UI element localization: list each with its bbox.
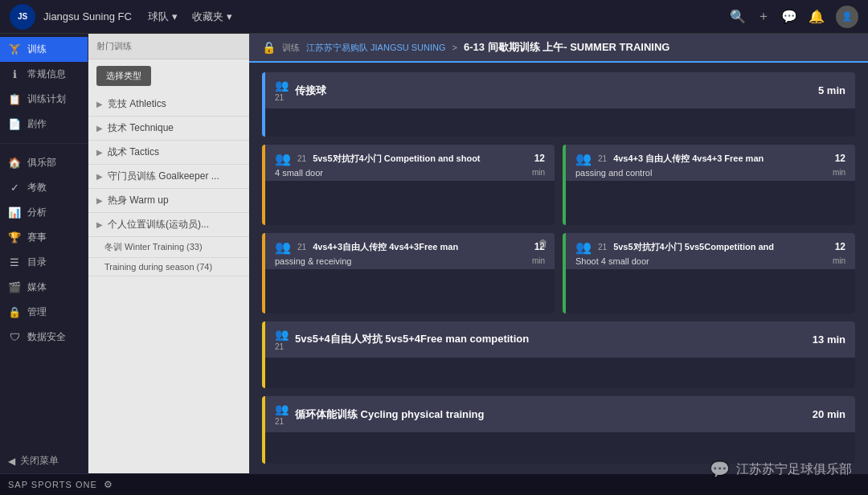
breadcrumb-team-link[interactable]: 江苏苏宁易购队 JIANGSU SUNING (306, 42, 446, 54)
sidebar-item-catalog[interactable]: ☰ 目录 (0, 250, 88, 275)
lock-icon: 🔒 (262, 41, 276, 54)
exercise-card-header: 👥 21 传接球 5 min (265, 72, 855, 108)
sidebar-item-club[interactable]: 🏠 俱乐部 (0, 150, 88, 175)
media-icon: 🎬 (8, 281, 21, 293)
arrow-icon: ▶ (96, 220, 103, 229)
team-name: Jiangsu Suning FC (43, 10, 132, 22)
catalog-icon: ☰ (8, 256, 21, 268)
top-nav-right: 🔍 ＋ 💬 🔔 👤 (730, 6, 858, 28)
select-type-button[interactable]: 选择类型 (96, 66, 151, 86)
exercise-card-5v5-shoot[interactable]: 👥 21 5vs5对抗打4小门 Competition and shoot 12… (262, 145, 555, 225)
season-regular[interactable]: Training during season (74) (88, 258, 249, 276)
player-count: 21 (297, 243, 306, 252)
chat-icon[interactable]: 💬 (781, 9, 797, 24)
exercise-subtitle: 4 small door min (275, 168, 545, 178)
exercise-card-5v5-4smalldoor[interactable]: 👥 21 5vs5对抗打4小门 5vs5Competition and 12 S… (563, 233, 855, 313)
people-icon: 👥 (275, 328, 289, 341)
player-count: 21 (297, 154, 306, 163)
sidebar-item-analysis[interactable]: 📊 分析 (0, 200, 88, 225)
exercise-header-stack: 👥 21 5vs5对抗打4小门 Competition and shoot 12… (265, 145, 555, 181)
sidebar-item-script[interactable]: 📄 剧作 (0, 112, 88, 137)
competition-icon: 🏆 (8, 231, 21, 243)
delete-icon[interactable]: 🗑 (538, 238, 548, 249)
exercise-duration: 5 min (818, 84, 845, 96)
exercise-card-cycling[interactable]: 👥 21 循环体能训练 Cycling physical training 20… (262, 396, 855, 464)
season-winter[interactable]: 冬训 Winter Training (33) (88, 237, 249, 258)
arrow-icon: ▶ (96, 100, 103, 108)
exercise-meta: 👥 21 5vs5对抗打4小门 Competition and shoot 12 (275, 151, 545, 166)
exercise-meta: 👥 21 4vs4+3 自由人传控 4vs4+3 Free man 12 (575, 151, 845, 166)
training-icon: 🏋 (8, 43, 21, 55)
exercise-subtitle: passing & receiving min (275, 256, 545, 266)
nav-favorites[interactable]: 收藏夹 ▾ (192, 10, 232, 24)
chevron-down-icon: ▾ (227, 10, 232, 22)
assessment-icon: ✓ (8, 182, 21, 194)
people-icon: 👥 (275, 403, 289, 415)
exercise-subtitle: Shoot 4 small door min (575, 256, 845, 266)
people-icon: 👥 (275, 239, 291, 255)
chevron-down-icon: ▾ (172, 10, 178, 22)
sidebar-item-competition[interactable]: 🏆 赛事 (0, 225, 88, 250)
exercise-title: 传接球 (295, 84, 812, 98)
category-tactics[interactable]: ▶ 战术 Tactics (88, 141, 249, 165)
nav-team[interactable]: 球队 ▾ (148, 10, 178, 24)
bell-icon[interactable]: 🔔 (809, 9, 825, 24)
exercise-card-4v4-passing[interactable]: 👥 21 4vs4+3 自由人传控 4vs4+3 Free man 12 pas… (563, 145, 855, 225)
category-individual[interactable]: ▶ 个人位置训练(运动员)... (88, 213, 249, 237)
search-icon[interactable]: 🔍 (730, 9, 746, 24)
exercise-duration: 12 (534, 153, 545, 164)
settings-icon[interactable]: ⚙ (104, 479, 113, 490)
exercise-body (265, 432, 855, 464)
category-athletics[interactable]: ▶ 竞技 Athletics (88, 92, 249, 117)
main-layout: 🏋 训练 ℹ 常规信息 📋 训练计划 📄 剧作 🏠 俱乐部 ✓ (0, 34, 868, 473)
duration-unit: min (532, 168, 545, 177)
page-title: 6-13 间歇期训练 上午- SUMMER TRAINING (464, 40, 669, 55)
people-icon: 👥 (275, 151, 291, 166)
sidebar-item-data-security[interactable]: 🛡 数据安全 (0, 325, 88, 350)
exercise-header-stack: 👥 21 5vs5对抗打4小门 5vs5Competition and 12 S… (566, 233, 855, 269)
plan-icon: 📋 (8, 93, 21, 105)
duration-unit: min (532, 256, 545, 265)
info-icon: ℹ (8, 68, 21, 80)
sidebar-close-button[interactable]: ◀ 关闭菜单 (0, 448, 88, 473)
player-count: 21 (275, 93, 289, 102)
player-count: 21 (275, 417, 289, 426)
exercise-duration: 12 (835, 241, 845, 252)
sidebar-top-section: 🏋 训练 ℹ 常规信息 📋 训练计划 📄 剧作 (0, 34, 88, 140)
team-logo: JS (10, 4, 35, 30)
exercise-title: 5vs5对抗打4小门 5vs5Competition and (613, 241, 774, 253)
avatar[interactable]: 👤 (836, 6, 858, 28)
exercise-title: 4vs4+3 自由人传控 4vs4+3 Free man (613, 153, 764, 165)
duration-unit: min (833, 256, 845, 265)
sidebar-item-training-plan[interactable]: 📋 训练计划 (0, 87, 88, 112)
sap-logo: SAP SPORTS ONE (8, 480, 97, 489)
exercise-card-5v5-4free[interactable]: 👥 21 5vs5+4自由人对抗 5vs5+4Free man competit… (262, 321, 855, 389)
sidebar-item-general-info[interactable]: ℹ 常规信息 (0, 62, 88, 87)
security-icon: 🛡 (8, 331, 21, 343)
sidebar-middle-section: 🏠 俱乐部 ✓ 考教 📊 分析 🏆 赛事 ☰ 目录 🎬 媒体 (0, 147, 88, 353)
exercise-header-stack: 👥 21 4vs4+3自由人传控 4vs4+3Free man 12 passi… (265, 233, 555, 269)
exercise-body (265, 358, 855, 389)
sidebar-item-assessment[interactable]: ✓ 考教 (0, 175, 88, 200)
add-icon[interactable]: ＋ (757, 8, 770, 25)
category-technique[interactable]: ▶ 技术 Technique (88, 117, 249, 141)
exercise-meta: 👥 21 4vs4+3自由人传控 4vs4+3Free man 12 (275, 239, 545, 255)
script-icon: 📄 (8, 118, 21, 130)
top-nav-items: 球队 ▾ 收藏夹 ▾ (148, 10, 232, 24)
exercise-title: 5vs5对抗打4小门 Competition and shoot (313, 153, 480, 165)
exercise-body (265, 108, 855, 137)
category-warmup[interactable]: ▶ 热身 Warm up (88, 189, 249, 213)
exercise-body (566, 181, 855, 225)
player-count: 21 (598, 243, 607, 252)
player-count: 21 (598, 154, 607, 163)
sidebar-item-training[interactable]: 🏋 训练 (0, 37, 88, 62)
top-nav: JS Jiangsu Suning FC 球队 ▾ 收藏夹 ▾ 🔍 ＋ 💬 🔔 … (0, 0, 868, 34)
exercise-duration: 20 min (813, 408, 845, 420)
sidebar-item-management[interactable]: 🔒 管理 (0, 300, 88, 325)
club-icon: 🏠 (8, 157, 21, 169)
close-menu-icon: ◀ (8, 456, 15, 467)
sidebar-item-media[interactable]: 🎬 媒体 (0, 275, 88, 300)
category-goalkeeper[interactable]: ▶ 守门员训练 Goalkeeper ... (88, 165, 249, 189)
exercise-card-passing[interactable]: 👥 21 传接球 5 min (262, 72, 855, 137)
exercise-card-4v4-receiving[interactable]: 🗑 👥 21 4vs4+3自由人传控 4vs4+3Free man 12 pas… (262, 233, 555, 313)
